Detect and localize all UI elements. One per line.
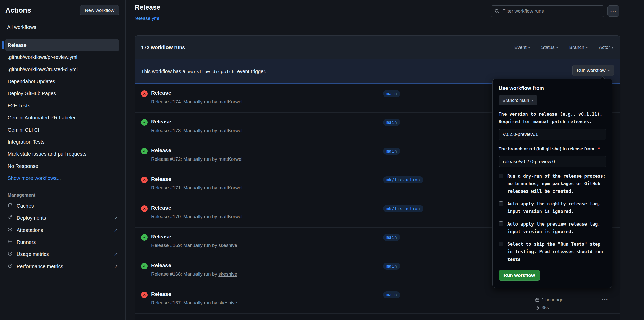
panel-title: Use workflow from <box>499 85 606 91</box>
filter-dropdown[interactable]: Status ▾ <box>541 45 558 50</box>
run-workflow-dropdown-button[interactable]: Run workflow ▾ <box>572 65 614 76</box>
run-title-link[interactable]: Release <box>151 176 242 182</box>
filter-dropdown[interactable]: Branch ▾ <box>569 45 588 50</box>
actions-page: Actions New workflow All workflows Relea… <box>0 0 644 320</box>
sidebar-item-performance-metrics[interactable]: Performance metrics ↗ <box>0 260 125 272</box>
sidebar-item-workflow[interactable]: Mark stale issues and pull requests <box>5 148 119 160</box>
banner-text-pre: This workflow has a <box>141 69 187 74</box>
run-title-link[interactable]: Release <box>151 147 242 153</box>
sidebar-item-workflow[interactable]: Dependabot Updates <box>5 75 119 87</box>
run-title-link[interactable]: Release <box>151 262 237 268</box>
version-input[interactable] <box>499 129 606 140</box>
run-title-link[interactable]: Release <box>151 205 242 211</box>
new-workflow-button[interactable]: New workflow <box>80 5 119 15</box>
meter-icon <box>8 251 13 258</box>
all-workflows-link[interactable]: All workflows <box>0 22 125 33</box>
chevron-down-icon: ▾ <box>586 46 588 49</box>
run-workflow-submit-button[interactable]: Run workflow <box>499 270 540 281</box>
run-description-text: Release #174: Manually run by <box>151 99 218 104</box>
partial-run-row <box>135 313 620 320</box>
ref-input-label: The branch or ref (full git sha) to rele… <box>499 145 606 153</box>
sidebar-item-attestations[interactable]: Attestations ↗ <box>0 224 125 236</box>
actor-link[interactable]: skeshive <box>218 300 237 305</box>
ref-input-label-text: The branch or ref (full git sha) to rele… <box>499 146 595 151</box>
branch-badge[interactable]: mk/fix-action <box>383 176 423 183</box>
run-title-link[interactable]: Release <box>151 119 242 125</box>
kebab-menu-button[interactable]: ••• <box>607 5 619 17</box>
run-title-link[interactable]: Release <box>151 291 237 297</box>
ref-input[interactable] <box>499 156 606 167</box>
status-icon <box>141 177 148 183</box>
branch-select-button[interactable]: Branch: main ▾ <box>499 95 537 105</box>
filter-dropdown[interactable]: Actor ▾ <box>599 45 613 50</box>
checkbox-row: Run a dry-run of the release process; no… <box>499 172 606 195</box>
sidebar-item-workflow[interactable]: Deploy GitHub Pages <box>5 87 119 100</box>
workflow-run-row[interactable]: Release Release #167: Manually run by sk… <box>135 285 620 313</box>
branch-badge[interactable]: mk/fix-action <box>383 205 423 212</box>
chevron-down-icon: ▾ <box>608 69 610 72</box>
chevron-down-icon: ▾ <box>532 99 534 102</box>
workflow-file-link[interactable]: release.yml <box>135 16 159 21</box>
run-description: Release #172: Manually run by mattKorwel <box>151 156 242 162</box>
sidebar-item-deployments[interactable]: Deployments ↗ <box>0 212 125 224</box>
run-main: Release Release #170: Manually run by ma… <box>151 205 242 219</box>
calendar-icon <box>535 298 539 302</box>
sidebar-item-workflow[interactable]: No Response <box>5 160 119 172</box>
run-title-link[interactable]: Release <box>151 90 242 96</box>
sidebar: Actions New workflow All workflows Relea… <box>0 0 126 320</box>
run-title-link[interactable]: Release <box>151 234 237 240</box>
show-more-workflows-link[interactable]: Show more workflows... <box>5 172 119 184</box>
checkbox-row: Select to skip the "Run Tests" step in t… <box>499 240 606 263</box>
checkbox[interactable] <box>499 174 503 178</box>
run-description: Release #167: Manually run by skeshive <box>151 300 237 306</box>
checkbox-row: Auto apply the preview release tag, inpu… <box>499 220 606 235</box>
sidebar-item-workflow[interactable]: Integration Tests <box>5 136 119 148</box>
checkbox[interactable] <box>499 221 503 226</box>
branch-badge[interactable]: main <box>383 148 400 155</box>
checkbox-row: Auto apply the nightly release tag, inpu… <box>499 200 606 215</box>
branch-badge[interactable]: main <box>383 119 400 126</box>
sidebar-item-workflow[interactable]: Gemini Automated PR Labeler <box>5 112 119 124</box>
checkbox[interactable] <box>499 201 503 206</box>
server-icon <box>8 239 13 245</box>
panel-checkbox-list: Run a dry-run of the release process; no… <box>499 172 606 263</box>
branch-badge[interactable]: main <box>383 234 400 241</box>
actor-link[interactable]: mattKorwel <box>218 156 242 162</box>
sidebar-item-workflow[interactable]: Gemini CLI CI <box>5 124 119 136</box>
sidebar-item-workflow[interactable]: .github/workflows/pr-review.yml <box>5 51 119 63</box>
actor-link[interactable]: mattKorwel <box>218 128 242 133</box>
actor-link[interactable]: mattKorwel <box>218 214 242 219</box>
sidebar-item-workflow[interactable]: E2E Tests <box>5 100 119 112</box>
sidebar-item-label: Deployments <box>17 215 46 221</box>
checkbox-label: Auto apply the preview release tag, inpu… <box>507 220 606 235</box>
search-input[interactable] <box>491 5 604 17</box>
branch-badge[interactable]: main <box>383 90 400 97</box>
chevron-down-icon: ▾ <box>556 46 558 49</box>
sidebar-item-workflow[interactable]: Release <box>5 39 119 51</box>
sidebar-item-label: Gemini CLI CI <box>8 127 39 133</box>
sidebar-item-label: Caches <box>17 203 34 209</box>
management-section-title: Management <box>8 193 125 198</box>
run-filters: Event ▾ Status ▾ Branch ▾ Actor <box>514 45 613 50</box>
filter-dropdown[interactable]: Event ▾ <box>514 45 530 50</box>
sidebar-item-runners[interactable]: Runners <box>0 236 125 248</box>
actor-link[interactable]: mattKorwel <box>218 185 242 190</box>
run-description-text: Release #167: Manually run by <box>151 300 218 305</box>
actor-link[interactable]: skeshive <box>218 271 237 277</box>
checkbox[interactable] <box>499 242 503 246</box>
branch-badge[interactable]: main <box>383 263 400 270</box>
status-icon <box>141 119 148 126</box>
actor-link[interactable]: mattKorwel <box>218 99 242 104</box>
external-link-icon: ↗ <box>114 215 118 221</box>
search-icon <box>494 9 499 14</box>
run-main: Release Release #171: Manually run by ma… <box>151 176 242 191</box>
sidebar-item-usage-metrics[interactable]: Usage metrics ↗ <box>0 248 125 260</box>
sidebar-item-label: Usage metrics <box>17 251 49 257</box>
actor-link[interactable]: skeshive <box>218 243 237 248</box>
sidebar-item-label: No Response <box>8 163 38 169</box>
kebab-menu-button[interactable]: ••• <box>602 297 608 301</box>
sidebar-item-caches[interactable]: Caches <box>0 200 125 212</box>
run-workflow-panel: Use workflow from Branch: main ▾ The ver… <box>492 79 612 288</box>
sidebar-item-workflow[interactable]: .github/workflows/trusted-ci.yml <box>5 63 119 75</box>
branch-badge[interactable]: main <box>383 291 400 298</box>
